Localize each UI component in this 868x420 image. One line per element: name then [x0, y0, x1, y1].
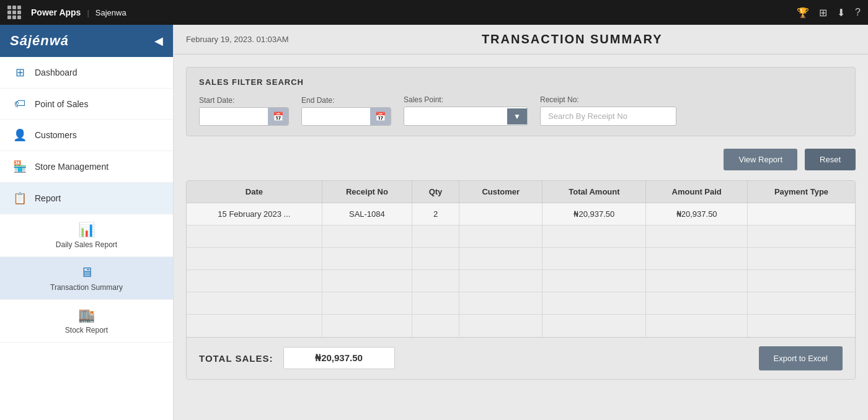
- cell-total-amount: ₦20,937.50: [542, 203, 646, 225]
- col-qty: Qty: [412, 181, 459, 203]
- sidebar-item-daily-sales-report[interactable]: 📊 Daily Sales Report: [0, 214, 173, 257]
- end-date-field: End Date: 19-Feb-20... 📅: [301, 96, 391, 126]
- transaction-summary-icon: 🖥: [80, 265, 94, 281]
- table-empty-row-3: [187, 270, 855, 292]
- sidebar-item-report[interactable]: 📋 Report: [0, 183, 173, 214]
- cell-qty: 2: [412, 203, 459, 225]
- sidebar-header: Sájénwá ◀: [0, 25, 173, 57]
- action-row: View Report Reset: [186, 149, 856, 170]
- table-header: Date Receipt No Qty Customer Total Amoun…: [187, 181, 855, 203]
- report-icon: 📋: [12, 191, 27, 205]
- start-date-calendar-button[interactable]: 📅: [268, 108, 288, 125]
- sidebar-item-customers[interactable]: 👤 Customers: [0, 120, 173, 151]
- sidebar-logo: Sájénwá: [10, 33, 69, 49]
- pos-icon: 🏷: [12, 97, 27, 110]
- col-receipt-no: Receipt No: [322, 181, 412, 203]
- total-sales-label: TOTAL SALES:: [199, 353, 273, 364]
- report-sub-menu: 📊 Daily Sales Report 🖥 Transaction Summa…: [0, 214, 173, 343]
- table-empty-row-1: [187, 225, 855, 248]
- sales-point-select[interactable]: [404, 107, 507, 125]
- col-payment-type: Payment Type: [748, 181, 855, 203]
- sidebar-item-label-transaction: Transaction Summary: [50, 283, 123, 292]
- content-area: February 19, 2023. 01:03AM TRANSACTION S…: [174, 25, 868, 420]
- total-row: TOTAL SALES: ₦20,937.50 Export to Excel: [187, 337, 855, 379]
- daily-sales-icon: 📊: [78, 222, 95, 238]
- dashboard-icon: ⊞: [12, 66, 27, 79]
- end-date-input-group: 19-Feb-20... 📅: [301, 107, 391, 126]
- col-total-amount: Total Amount: [542, 181, 646, 203]
- main-layout: Sájénwá ◀ ⊞ Dashboard 🏷 Point of Sales 👤…: [0, 25, 868, 420]
- start-date-input-group: 20-Jan-20... 📅: [199, 107, 289, 126]
- export-to-excel-button[interactable]: Export to Excel: [759, 346, 843, 370]
- sidebar-item-label-daily-sales: Daily Sales Report: [56, 240, 117, 249]
- start-date-input[interactable]: 20-Jan-20...: [200, 108, 268, 125]
- sidebar-item-label-customers: Customers: [35, 130, 161, 140]
- layout-icon[interactable]: ⊞: [819, 7, 827, 19]
- start-date-label: Start Date:: [199, 96, 289, 105]
- app-name-label: Sajenwa: [95, 8, 126, 17]
- cell-customer: [459, 203, 542, 225]
- filter-section-title: SALES FILTER SEARCH: [199, 77, 843, 87]
- customers-icon: 👤: [12, 128, 27, 142]
- sidebar-item-label-store: Store Management: [35, 162, 161, 172]
- sidebar-item-transaction-summary[interactable]: 🖥 Transaction Summary: [0, 257, 173, 300]
- view-report-button[interactable]: View Report: [724, 149, 797, 170]
- brand-label: Power Apps: [31, 7, 81, 17]
- sales-point-select-group: ▼: [404, 107, 528, 126]
- total-sales-value: ₦20,937.50: [283, 347, 395, 369]
- sidebar-item-point-of-sales[interactable]: 🏷 Point of Sales: [0, 89, 173, 120]
- reset-button[interactable]: Reset: [805, 149, 856, 170]
- col-date: Date: [187, 181, 322, 203]
- sidebar-item-store-management[interactable]: 🏪 Store Management: [0, 151, 173, 183]
- cell-payment-type: [748, 203, 855, 225]
- brand-separator: |: [87, 8, 89, 17]
- sidebar-item-label-pos: Point of Sales: [35, 99, 161, 109]
- sidebar-item-label-stock: Stock Report: [65, 326, 108, 335]
- content-header: February 19, 2023. 01:03AM TRANSACTION S…: [174, 25, 868, 55]
- header-datetime: February 19, 2023. 01:03AM: [186, 35, 289, 44]
- grid-icon[interactable]: [7, 6, 21, 19]
- page-content: SALES FILTER SEARCH Start Date: 20-Jan-2…: [174, 55, 868, 420]
- filter-section: SALES FILTER SEARCH Start Date: 20-Jan-2…: [186, 67, 856, 136]
- sales-point-field: Sales Point: ▼: [404, 95, 528, 126]
- col-customer: Customer: [459, 181, 542, 203]
- download-icon[interactable]: ⬇: [837, 7, 845, 19]
- receipt-no-input[interactable]: [540, 107, 676, 126]
- table-header-row: Date Receipt No Qty Customer Total Amoun…: [187, 181, 855, 203]
- sales-point-dropdown-button[interactable]: ▼: [507, 108, 527, 125]
- topbar-actions: 🏆 ⊞ ⬇ ?: [797, 7, 861, 19]
- transactions-table: Date Receipt No Qty Customer Total Amoun…: [187, 181, 855, 337]
- sales-point-label: Sales Point:: [404, 95, 528, 104]
- filter-row: Start Date: 20-Jan-20... 📅 End Date: 19-…: [199, 95, 843, 126]
- table-empty-row-5: [187, 315, 855, 337]
- cell-receipt-no: SAL-1084: [322, 203, 412, 225]
- sidebar-nav: ⊞ Dashboard 🏷 Point of Sales 👤 Customers…: [0, 57, 173, 420]
- sidebar-item-label-dashboard: Dashboard: [35, 68, 161, 77]
- cell-amount-paid: ₦20,937.50: [646, 203, 748, 225]
- end-date-calendar-button[interactable]: 📅: [370, 108, 391, 125]
- cell-date: 15 February 2023 ...: [187, 203, 322, 225]
- table-empty-row-2: [187, 248, 855, 270]
- end-date-label: End Date:: [301, 96, 391, 105]
- table-empty-row-4: [187, 292, 855, 315]
- sidebar-collapse-button[interactable]: ◀: [154, 34, 163, 48]
- col-amount-paid: Amount Paid: [646, 181, 748, 203]
- table-body: 15 February 2023 ... SAL-1084 2 ₦20,937.…: [187, 203, 855, 337]
- stock-report-icon: 🏬: [78, 307, 95, 323]
- start-date-field: Start Date: 20-Jan-20... 📅: [199, 96, 289, 126]
- topbar: Power Apps | Sajenwa 🏆 ⊞ ⬇ ?: [0, 0, 868, 25]
- store-icon: 🏪: [12, 160, 27, 173]
- sidebar-item-dashboard[interactable]: ⊞ Dashboard: [0, 57, 173, 89]
- table-row: 15 February 2023 ... SAL-1084 2 ₦20,937.…: [187, 203, 855, 225]
- receipt-no-field: Receipt No:: [540, 95, 676, 126]
- sidebar: Sájénwá ◀ ⊞ Dashboard 🏷 Point of Sales 👤…: [0, 25, 174, 420]
- end-date-input[interactable]: 19-Feb-20...: [302, 108, 370, 125]
- table-section: Date Receipt No Qty Customer Total Amoun…: [186, 180, 856, 380]
- sidebar-item-stock-report[interactable]: 🏬 Stock Report: [0, 300, 173, 343]
- help-icon[interactable]: ?: [855, 7, 861, 18]
- badge-icon[interactable]: 🏆: [797, 7, 809, 19]
- receipt-no-label: Receipt No:: [540, 95, 676, 104]
- sidebar-item-label-report: Report: [35, 193, 161, 203]
- page-title: TRANSACTION SUMMARY: [289, 32, 856, 46]
